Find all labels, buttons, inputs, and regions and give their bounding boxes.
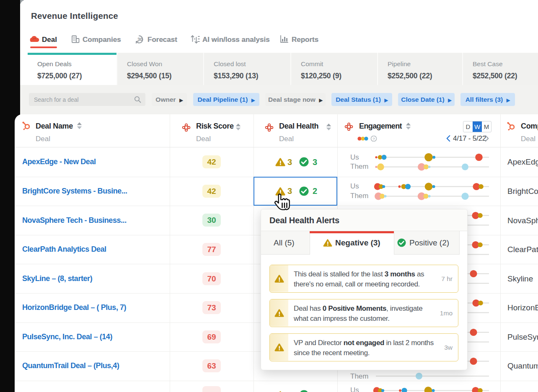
svg-text:30: 30 — [137, 37, 142, 42]
svg-text:?: ? — [372, 137, 375, 141]
